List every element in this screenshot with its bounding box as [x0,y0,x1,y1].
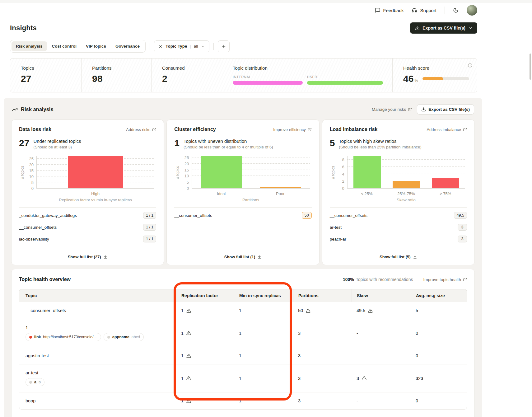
cell-content: 0 [416,353,463,358]
tag-label: appname [112,335,129,339]
cell-value: - [357,331,358,336]
address-imbalance-link[interactable]: Address imbalance [427,127,467,132]
topic-health-title: Topic health overview [19,277,71,282]
tag-value: b [39,380,41,384]
column-header-partitions: Partitions [293,289,352,302]
stat-value: 27 [21,73,81,84]
cell-value: 3 [298,331,301,336]
cell-content: - [357,331,406,336]
cell-content: - [357,353,406,358]
list-item-badge: 1 / 1 [143,212,156,219]
export-csv-button[interactable]: Export as CSV file(s) [410,22,477,34]
list-item[interactable]: iac-observability1 / 1 [19,233,156,245]
improve-topic-health-link[interactable]: Improve topic health [423,277,467,282]
list-item[interactable]: _conduktor_gateway_auditlogs1 / 1 [19,209,156,221]
bar-chart: # topics02468< 25%25%-75%> 75%Skew ratio [330,156,467,202]
metric-value: 1 [174,138,180,148]
x-axis-label: Skew ratio [347,198,465,202]
health-score-unit: % [414,78,418,83]
download-icon [415,26,420,30]
table-row-1[interactable]: 1linkhttp://localhost:5173/console/…appn… [19,319,467,347]
x-axis-categories: < 25%25%-75%> 75% [347,191,465,196]
list-item[interactable]: peach-ar3 [330,233,467,245]
dark-mode-toggle[interactable] [453,7,459,13]
table-row-agustin-test[interactable]: agustin-test113-0 [19,347,467,364]
cell-min-in-sync-replicas: 1 [234,392,293,409]
trending-up-icon [12,106,18,112]
show-full-list-link[interactable]: Show full list (5) [380,251,417,259]
distribution-internal: INTERNAL [233,75,303,85]
tag-chip-link[interactable]: linkhttp://localhost:5173/console/… [26,333,101,341]
tag-dot-icon [29,381,32,384]
cell-value: 1 [239,331,241,336]
export-risks-csv-button[interactable]: Export as CSV file(s) [417,104,474,115]
cell-value: 1 [239,398,241,403]
tag-label: link [34,335,41,339]
tab-cost-control[interactable]: Cost control [48,41,81,51]
tab-risk-analysis[interactable]: Risk analysis [12,41,47,51]
health-score-fill [422,77,443,80]
bars [192,156,310,188]
bar-slot [37,156,154,188]
y-tick-label: 15 [184,167,189,172]
y-tick-label: 0 [342,186,344,191]
feedback-button[interactable]: Feedback [375,7,404,13]
list-item[interactable]: __consumer_offsets1 / 1 [19,221,156,233]
cell-content: 3 [357,376,406,381]
cell-avg-msg-size: 0 [411,319,467,347]
bar-high [68,156,123,188]
metric-sublabel: (Should be at least 3) [33,145,81,149]
topic-tags: ab [26,378,171,386]
summary-label: Topics with recommendations [356,277,413,282]
distribution-user-bar [307,81,383,85]
distribution-group-label: USER [307,75,383,79]
cell-value: 1 [181,398,184,403]
topbar-divider [445,7,445,14]
topic-type-filter[interactable]: Topic Type | all [154,40,209,52]
card-title: Data loss risk [19,127,51,132]
user-avatar[interactable] [467,5,477,16]
tag-chip-appname[interactable]: appnameabcd [104,333,144,341]
cell-content: 1 [181,398,229,403]
warning-icon [186,376,191,381]
top-bar: Feedback Support [0,3,532,17]
chart-plot: 0510152025 [36,156,154,189]
scrollbar-thumb[interactable] [530,54,531,80]
improve-efficiency-link[interactable]: Improve efficiency [273,127,312,132]
table-row-boop[interactable]: boop113-0 [19,392,467,409]
show-full-list-link[interactable]: Show full list (27) [68,251,108,259]
bars [348,156,465,188]
add-filter-button[interactable] [218,40,230,52]
table-row-consumer-offsets[interactable]: __consumer_offsets115049.55 [19,302,467,319]
table-row-ar-test[interactable]: ar-testab1133323 [19,364,467,392]
tab-vip-topics[interactable]: VIP topics [82,41,110,51]
topic-cell: ar-testab [19,364,176,392]
x-tick-label: > 75% [426,191,465,196]
tab-governance[interactable]: Governance [111,41,144,51]
metric-sublabel: (Should be less than 25% partition imbal… [339,145,421,149]
y-tick-label: 10 [29,174,34,179]
cell-content: 0 [416,331,463,336]
list-item[interactable]: __consumer_offsets50 [174,209,311,221]
cell-partitions: 3 [293,347,352,364]
info-icon[interactable] [468,63,473,68]
tag-chip-a[interactable]: ab [26,378,44,386]
y-axis-label: # topics [20,166,25,179]
manage-risks-link[interactable]: Manage your risks [372,107,412,112]
x-tick-label: 25%-75% [386,191,426,196]
list-item[interactable]: __consumer_offsets49.5 [330,209,467,221]
improve-topic-health-label: Improve topic health [423,277,461,282]
cell-min-in-sync-replicas: 1 [234,364,293,392]
address-risks-link[interactable]: Address risks [126,127,156,132]
cell-content: 1 [239,308,288,313]
bar-slot [387,156,426,188]
cell-value: 1 [239,308,241,313]
topic-cell: agustin-test [19,347,176,364]
support-button[interactable]: Support [412,7,436,13]
show-full-list-link[interactable]: Show full list (1) [224,251,262,259]
section-title: Risk analysis [21,106,54,112]
bars [37,156,154,188]
cell-replication-factor: 1 [176,347,234,364]
list-item[interactable]: ar-test3 [330,221,467,233]
close-icon[interactable] [158,44,163,49]
